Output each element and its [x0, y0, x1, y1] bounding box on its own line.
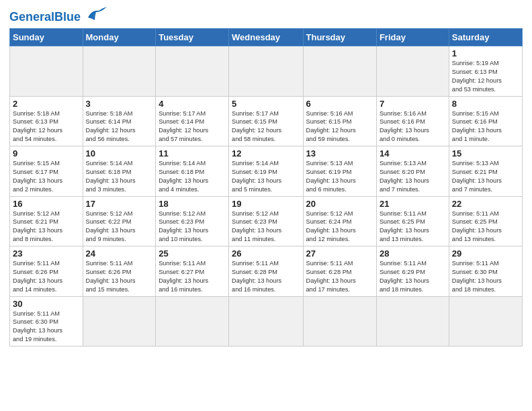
- day-info: Sunrise: 5:13 AM Sunset: 6:20 PM Dayligh…: [380, 159, 446, 194]
- table-row: [303, 46, 376, 97]
- table-row: 23Sunrise: 5:11 AM Sunset: 6:26 PM Dayli…: [10, 246, 83, 297]
- header-tuesday: Tuesday: [156, 29, 229, 46]
- table-row: 30Sunrise: 5:11 AM Sunset: 6:30 PM Dayli…: [10, 296, 83, 347]
- day-info: Sunrise: 5:17 AM Sunset: 6:14 PM Dayligh…: [159, 109, 226, 144]
- table-row: 26Sunrise: 5:11 AM Sunset: 6:28 PM Dayli…: [229, 246, 303, 297]
- day-number: 29: [452, 248, 519, 259]
- table-row: 17Sunrise: 5:12 AM Sunset: 6:22 PM Dayli…: [83, 196, 156, 246]
- day-number: 30: [13, 299, 80, 309]
- day-number: 19: [232, 199, 300, 209]
- day-number: 12: [232, 148, 300, 158]
- day-number: 13: [306, 148, 373, 158]
- day-info: Sunrise: 5:13 AM Sunset: 6:21 PM Dayligh…: [452, 159, 519, 194]
- day-info: Sunrise: 5:11 AM Sunset: 6:25 PM Dayligh…: [452, 210, 519, 244]
- table-row: [376, 46, 449, 97]
- table-row: [10, 46, 83, 97]
- table-row: 12Sunrise: 5:14 AM Sunset: 6:19 PM Dayli…: [229, 146, 303, 197]
- day-number: 5: [232, 99, 300, 109]
- table-row: 16Sunrise: 5:12 AM Sunset: 6:21 PM Dayli…: [10, 196, 83, 246]
- calendar-table: Sunday Monday Tuesday Wednesday Thursday…: [9, 28, 523, 347]
- day-number: 7: [380, 99, 446, 109]
- day-info: Sunrise: 5:14 AM Sunset: 6:18 PM Dayligh…: [86, 159, 153, 194]
- day-number: 27: [306, 248, 373, 259]
- day-number: 1: [452, 48, 519, 58]
- day-number: 21: [380, 199, 446, 209]
- logo-text: GeneralBlue: [9, 11, 81, 23]
- day-info: Sunrise: 5:16 AM Sunset: 6:16 PM Dayligh…: [380, 109, 446, 144]
- table-row: 28Sunrise: 5:11 AM Sunset: 6:29 PM Dayli…: [376, 246, 449, 297]
- logo-general: General: [9, 10, 54, 24]
- day-info: Sunrise: 5:17 AM Sunset: 6:15 PM Dayligh…: [232, 109, 300, 144]
- table-row: 27Sunrise: 5:11 AM Sunset: 6:28 PM Dayli…: [303, 246, 376, 297]
- day-info: Sunrise: 5:19 AM Sunset: 6:13 PM Dayligh…: [452, 59, 519, 94]
- table-row: [83, 46, 156, 97]
- table-row: 13Sunrise: 5:13 AM Sunset: 6:19 PM Dayli…: [303, 146, 376, 197]
- calendar-week-row: 30Sunrise: 5:11 AM Sunset: 6:30 PM Dayli…: [10, 296, 523, 347]
- day-info: Sunrise: 5:11 AM Sunset: 6:30 PM Dayligh…: [452, 259, 519, 294]
- day-number: 10: [86, 148, 153, 158]
- table-row: 2Sunrise: 5:18 AM Sunset: 6:13 PM Daylig…: [10, 96, 83, 146]
- day-info: Sunrise: 5:15 AM Sunset: 6:16 PM Dayligh…: [452, 109, 519, 144]
- day-info: Sunrise: 5:11 AM Sunset: 6:29 PM Dayligh…: [380, 259, 446, 294]
- day-info: Sunrise: 5:11 AM Sunset: 6:25 PM Dayligh…: [380, 210, 446, 244]
- table-row: 18Sunrise: 5:12 AM Sunset: 6:23 PM Dayli…: [156, 196, 229, 246]
- table-row: [83, 296, 156, 347]
- table-row: 24Sunrise: 5:11 AM Sunset: 6:26 PM Dayli…: [83, 246, 156, 297]
- logo-blue: Blue: [54, 10, 81, 24]
- day-info: Sunrise: 5:18 AM Sunset: 6:13 PM Dayligh…: [13, 109, 80, 144]
- header-thursday: Thursday: [303, 29, 376, 46]
- table-row: 8Sunrise: 5:15 AM Sunset: 6:16 PM Daylig…: [449, 96, 522, 146]
- day-info: Sunrise: 5:11 AM Sunset: 6:26 PM Dayligh…: [86, 259, 153, 294]
- day-number: 8: [452, 99, 519, 109]
- table-row: 22Sunrise: 5:11 AM Sunset: 6:25 PM Dayli…: [449, 196, 522, 246]
- table-row: [156, 296, 229, 347]
- table-row: 11Sunrise: 5:14 AM Sunset: 6:18 PM Dayli…: [156, 146, 229, 197]
- day-info: Sunrise: 5:18 AM Sunset: 6:14 PM Dayligh…: [86, 109, 153, 144]
- header-wednesday: Wednesday: [229, 29, 303, 46]
- table-row: [229, 46, 303, 97]
- day-info: Sunrise: 5:14 AM Sunset: 6:19 PM Dayligh…: [232, 159, 300, 194]
- day-info: Sunrise: 5:11 AM Sunset: 6:28 PM Dayligh…: [232, 259, 300, 294]
- day-number: 23: [13, 248, 80, 259]
- logo: GeneralBlue: [9, 7, 108, 24]
- table-row: 29Sunrise: 5:11 AM Sunset: 6:30 PM Dayli…: [449, 246, 522, 297]
- day-number: 20: [306, 199, 373, 209]
- day-info: Sunrise: 5:15 AM Sunset: 6:17 PM Dayligh…: [13, 159, 80, 194]
- table-row: 7Sunrise: 5:16 AM Sunset: 6:16 PM Daylig…: [376, 96, 449, 146]
- page: GeneralBlue Sunday Monday Tuesday Wednes…: [0, 0, 532, 356]
- day-number: 26: [232, 248, 300, 259]
- day-number: 16: [13, 199, 80, 209]
- day-number: 11: [159, 148, 226, 158]
- day-info: Sunrise: 5:11 AM Sunset: 6:26 PM Dayligh…: [13, 259, 80, 294]
- header-sunday: Sunday: [10, 29, 83, 46]
- day-number: 18: [159, 199, 226, 209]
- day-info: Sunrise: 5:12 AM Sunset: 6:21 PM Dayligh…: [13, 210, 80, 244]
- table-row: 14Sunrise: 5:13 AM Sunset: 6:20 PM Dayli…: [376, 146, 449, 197]
- day-number: 24: [86, 248, 153, 259]
- day-number: 9: [13, 148, 80, 158]
- calendar-week-row: 23Sunrise: 5:11 AM Sunset: 6:26 PM Dayli…: [10, 246, 523, 297]
- table-row: [303, 296, 376, 347]
- table-row: 25Sunrise: 5:11 AM Sunset: 6:27 PM Dayli…: [156, 246, 229, 297]
- table-row: 10Sunrise: 5:14 AM Sunset: 6:18 PM Dayli…: [83, 146, 156, 197]
- day-number: 14: [380, 148, 446, 158]
- day-info: Sunrise: 5:11 AM Sunset: 6:27 PM Dayligh…: [159, 259, 226, 294]
- day-info: Sunrise: 5:12 AM Sunset: 6:24 PM Dayligh…: [306, 210, 373, 244]
- day-number: 4: [159, 99, 226, 109]
- day-info: Sunrise: 5:12 AM Sunset: 6:22 PM Dayligh…: [86, 210, 153, 244]
- table-row: 1Sunrise: 5:19 AM Sunset: 6:13 PM Daylig…: [449, 46, 522, 97]
- table-row: 9Sunrise: 5:15 AM Sunset: 6:17 PM Daylig…: [10, 146, 83, 197]
- header-friday: Friday: [376, 29, 449, 46]
- header: GeneralBlue: [9, 7, 523, 24]
- table-row: 6Sunrise: 5:16 AM Sunset: 6:15 PM Daylig…: [303, 96, 376, 146]
- day-info: Sunrise: 5:11 AM Sunset: 6:28 PM Dayligh…: [306, 259, 373, 294]
- day-info: Sunrise: 5:16 AM Sunset: 6:15 PM Dayligh…: [306, 109, 373, 144]
- calendar-week-row: 9Sunrise: 5:15 AM Sunset: 6:17 PM Daylig…: [10, 146, 523, 197]
- table-row: [449, 296, 522, 347]
- header-saturday: Saturday: [449, 29, 522, 46]
- day-number: 2: [13, 99, 80, 109]
- day-number: 25: [159, 248, 226, 259]
- logo-bird-icon: [83, 5, 108, 24]
- header-monday: Monday: [83, 29, 156, 46]
- day-info: Sunrise: 5:12 AM Sunset: 6:23 PM Dayligh…: [159, 210, 226, 244]
